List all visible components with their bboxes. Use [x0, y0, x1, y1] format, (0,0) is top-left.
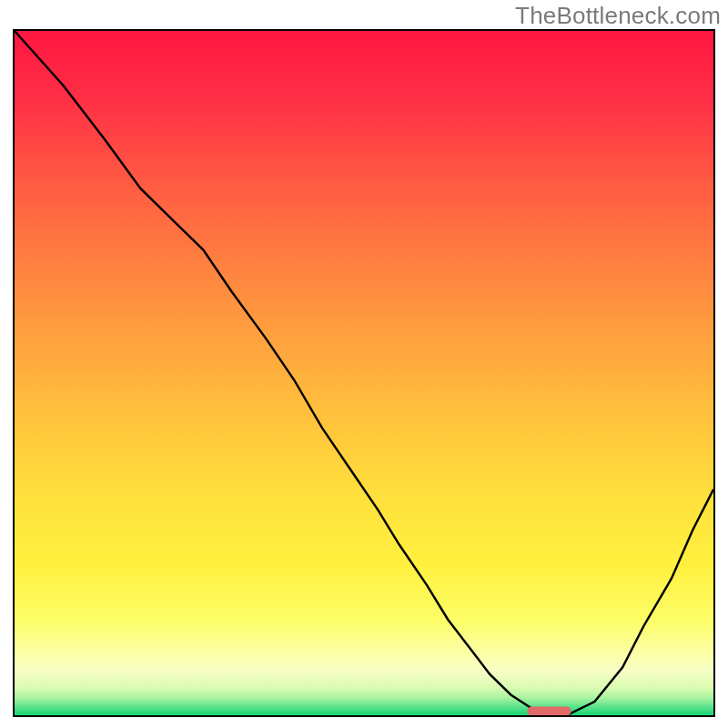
bottleneck-curve — [15, 31, 713, 715]
chart-stage: TheBottleneck.com — [0, 0, 728, 728]
curve-layer — [15, 31, 713, 715]
plot-frame — [13, 29, 715, 717]
watermark-text: TheBottleneck.com — [515, 2, 721, 30]
